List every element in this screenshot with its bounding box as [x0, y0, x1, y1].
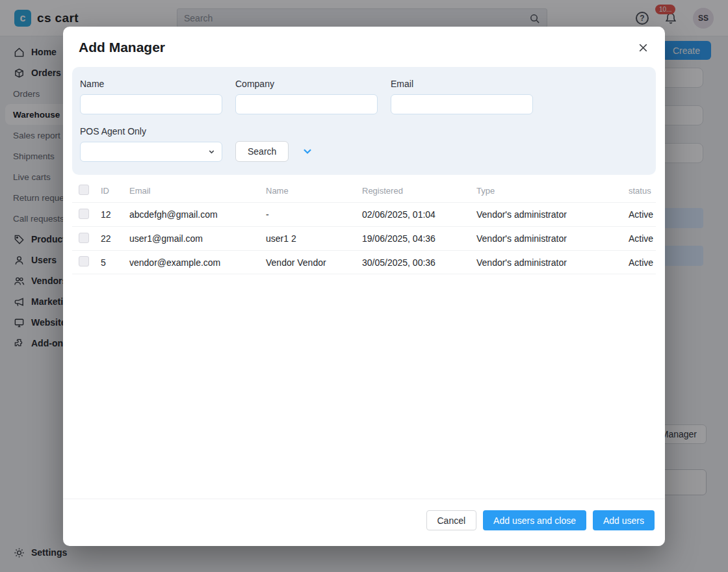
company-label: Company [235, 79, 378, 89]
company-field[interactable] [235, 94, 378, 114]
row-checkbox[interactable] [79, 256, 89, 266]
row-checkbox[interactable] [79, 233, 89, 243]
cell-type: Vendor's administrator [476, 257, 629, 268]
add-users-and-close-button[interactable]: Add users and close [483, 510, 586, 530]
col-status: status [629, 186, 651, 196]
col-email: Email [129, 186, 266, 196]
cell-registered: 19/06/2025, 04:36 [362, 233, 476, 244]
email-label: Email [391, 79, 533, 89]
select-all-checkbox[interactable] [79, 185, 89, 195]
cell-status: Active [629, 257, 653, 268]
cell-type: Vendor's administrator [476, 209, 629, 220]
cell-name: Vendor Vendor [266, 257, 362, 268]
search-button[interactable]: Search [235, 141, 289, 162]
cell-id: 22 [101, 233, 129, 244]
cell-registered: 30/05/2025, 00:36 [362, 257, 476, 268]
col-type: Type [476, 186, 629, 196]
table-row[interactable]: 22 user1@gmail.com user1 2 19/06/2025, 0… [72, 226, 656, 250]
chevron-down-icon [302, 146, 313, 157]
row-checkbox[interactable] [79, 209, 89, 219]
cell-email: vendor@example.com [129, 257, 266, 268]
users-table: ID Email Name Registered Type status 12 … [72, 179, 656, 274]
search-filters-panel: Name Company Email POS Agent Only Search [72, 67, 656, 175]
expand-filters-button[interactable] [302, 141, 313, 162]
add-manager-modal: Add Manager Name Company Email POS Agent… [63, 27, 665, 546]
cell-name: - [266, 209, 362, 220]
cancel-button[interactable]: Cancel [426, 510, 477, 530]
pos-agent-select[interactable] [80, 142, 222, 162]
cell-name: user1 2 [266, 233, 362, 244]
cell-status: Active [629, 233, 653, 244]
modal-header: Add Manager [63, 27, 665, 67]
pos-agent-label: POS Agent Only [80, 126, 222, 136]
name-label: Name [80, 79, 222, 89]
table-row[interactable]: 5 vendor@example.com Vendor Vendor 30/05… [72, 250, 656, 274]
add-users-button[interactable]: Add users [593, 510, 655, 530]
cell-registered: 02/06/2025, 01:04 [362, 209, 476, 220]
name-field[interactable] [80, 94, 222, 114]
cell-type: Vendor's administrator [476, 233, 629, 244]
cell-email: abcdefgh@gmail.com [129, 209, 266, 220]
col-name: Name [266, 186, 362, 196]
close-icon [637, 42, 649, 54]
col-id: ID [101, 186, 129, 196]
modal-footer: Cancel Add users and close Add users [63, 499, 665, 546]
table-row[interactable]: 12 abcdefgh@gmail.com - 02/06/2025, 01:0… [72, 202, 656, 226]
table-header-row: ID Email Name Registered Type status [72, 179, 656, 202]
cell-status: Active [629, 209, 653, 220]
email-field[interactable] [391, 94, 533, 114]
chevron-down-icon [207, 148, 216, 156]
close-button[interactable] [637, 42, 649, 54]
cell-id: 5 [101, 257, 129, 268]
col-registered: Registered [362, 186, 476, 196]
cell-email: user1@gmail.com [129, 233, 266, 244]
cell-id: 12 [101, 209, 129, 220]
modal-title: Add Manager [79, 40, 165, 55]
